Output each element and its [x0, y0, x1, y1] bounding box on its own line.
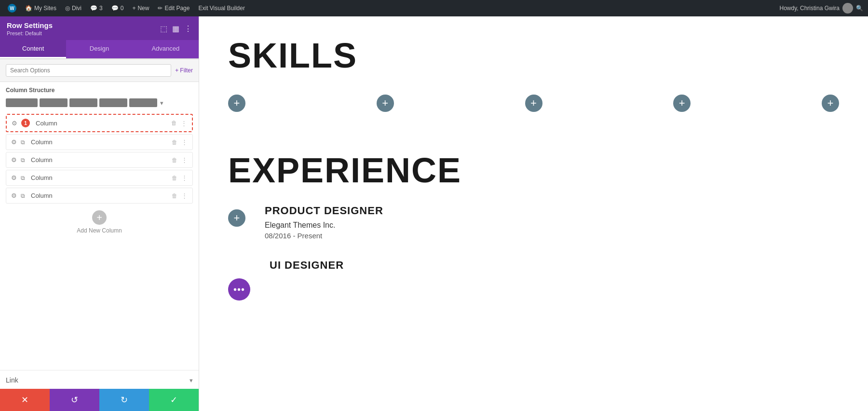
wp-logo: W	[8, 4, 16, 13]
col-gear-icon-2[interactable]: ⚙	[11, 138, 17, 146]
col-delete-3[interactable]: 🗑	[172, 157, 177, 164]
panel-tabs: Content Design Advanced	[0, 40, 199, 59]
save-button[interactable]: ✓	[149, 389, 199, 411]
skills-row: + + + + +	[228, 90, 839, 126]
link-label: Link	[6, 376, 18, 384]
exit-builder-link[interactable]: Exit Visual Builder	[195, 5, 248, 12]
search-admin-icon[interactable]: 🔍	[856, 5, 863, 12]
col-gear-icon-1[interactable]: ⚙	[12, 120, 17, 127]
link-row[interactable]: Link ▾	[6, 376, 193, 384]
home-icon: 🏠	[25, 5, 32, 12]
tab-design[interactable]: Design	[66, 40, 132, 58]
column-row-5: ⚙ ⧉ Column 🗑 ⋮	[6, 188, 193, 204]
col-gear-icon-3[interactable]: ⚙	[11, 156, 17, 164]
exp-add-module-btn[interactable]: +	[228, 209, 245, 227]
col-label-2: Column	[31, 138, 168, 146]
wordpress-icon[interactable]: W	[5, 4, 19, 13]
panel-body: Column Structure ▾ ⚙ 1 Column 🗑 ⋮	[0, 82, 199, 370]
divi-link[interactable]: ◎ Divi	[62, 5, 84, 12]
exp-row-1: + PRODUCT DESIGNER Elegant Themes Inc. 0…	[228, 205, 839, 249]
search-row: + Filter	[0, 59, 199, 82]
cancel-button[interactable]: ✕	[0, 389, 50, 411]
save-icon: ✓	[170, 395, 177, 405]
col-layout-5[interactable]	[129, 98, 157, 107]
row-settings-panel: Row Settings Preset: Default ⬚ ▦ ⋮ Conte…	[0, 16, 199, 411]
user-avatar	[842, 3, 853, 14]
columns-icon[interactable]: ▦	[172, 24, 179, 33]
col-more-4[interactable]: ⋮	[181, 174, 188, 181]
user-info: Howdy, Christina Gwira 🔍	[780, 3, 863, 14]
more-icon[interactable]: ⋮	[184, 24, 192, 33]
edit-page-link[interactable]: ✏ Edit Page	[155, 5, 192, 12]
col-label-4: Column	[31, 174, 168, 181]
filter-button[interactable]: + Filter	[175, 67, 193, 74]
col-layout-4[interactable]	[99, 98, 127, 107]
panel-preset: Preset: Default	[7, 30, 53, 36]
col-gear-icon-4[interactable]: ⚙	[11, 174, 17, 181]
main-layout: Row Settings Preset: Default ⬚ ▦ ⋮ Conte…	[0, 16, 868, 411]
redo-button[interactable]: ↻	[99, 389, 149, 411]
col-label-1: Column	[36, 120, 167, 127]
add-module-4[interactable]: +	[673, 95, 691, 112]
skills-heading: SKILLS	[228, 36, 839, 75]
content-area: SKILLS + + + + + EXPERIENCE + PRODUCT DE…	[199, 16, 868, 411]
comments-link[interactable]: 💬 3	[87, 5, 106, 12]
col-layout-2[interactable]	[40, 98, 68, 107]
filter-icon: +	[175, 67, 178, 74]
panel-title-group: Row Settings Preset: Default	[7, 21, 53, 36]
col-copy-icon-4[interactable]: ⧉	[21, 175, 25, 181]
cancel-icon: ✕	[21, 395, 28, 405]
col-gear-icon-5[interactable]: ⚙	[11, 192, 17, 199]
divi-icon: ◎	[65, 5, 70, 12]
undo-button[interactable]: ↺	[50, 389, 99, 411]
add-module-2[interactable]: +	[377, 95, 394, 112]
search-input[interactable]	[6, 64, 171, 77]
col-more-5[interactable]: ⋮	[181, 192, 188, 199]
col-copy-icon-3[interactable]: ⧉	[21, 157, 25, 164]
col-more-1[interactable]: ⋮	[181, 120, 187, 127]
add-module-3[interactable]: +	[525, 95, 542, 112]
col-label-3: Column	[31, 156, 168, 164]
admin-bar: W 🏠 My Sites ◎ Divi 💬 3 💬 0 + New ✏ Edit…	[0, 0, 868, 16]
col-delete-1[interactable]: 🗑	[171, 120, 177, 126]
exp-row-2: ••• UI DESIGNER	[228, 259, 839, 301]
add-module-5[interactable]: +	[822, 95, 839, 112]
column-structure-selector: ▾	[6, 98, 193, 107]
col-layout-1[interactable]	[6, 98, 38, 107]
col-delete-4[interactable]: 🗑	[172, 175, 177, 181]
column-list: ⚙ 1 Column 🗑 ⋮ ⚙ ⧉ Column 🗑 ⋮ ⚙ ⧉	[6, 114, 193, 204]
col-copy-icon-5[interactable]: ⧉	[21, 192, 25, 199]
tab-advanced[interactable]: Advanced	[133, 40, 199, 58]
col-delete-2[interactable]: 🗑	[172, 139, 177, 146]
comment-new-icon: 💬	[111, 5, 119, 12]
comment-icon: 💬	[90, 5, 97, 12]
column-structure-label: Column Structure	[6, 87, 193, 94]
col-layout-chevron[interactable]: ▾	[160, 99, 163, 107]
tab-content[interactable]: Content	[0, 40, 66, 58]
col-more-3[interactable]: ⋮	[181, 156, 188, 164]
column-row-1: ⚙ 1 Column 🗑 ⋮	[6, 114, 193, 132]
add-module-1[interactable]: +	[228, 95, 245, 112]
my-sites-link[interactable]: 🏠 My Sites	[22, 5, 59, 12]
col-copy-icon-2[interactable]: ⧉	[21, 139, 25, 146]
experience-section: EXPERIENCE + PRODUCT DESIGNER Elegant Th…	[228, 151, 839, 301]
experience-heading: EXPERIENCE	[228, 151, 839, 190]
panel-header-icons: ⬚ ▦ ⋮	[160, 24, 192, 33]
link-chevron-icon: ▾	[190, 377, 193, 384]
exp-content-1: PRODUCT DESIGNER Elegant Themes Inc. 08/…	[265, 205, 839, 249]
col-delete-5[interactable]: 🗑	[172, 192, 177, 199]
job-title-1: PRODUCT DESIGNER	[265, 205, 839, 217]
bottom-bar: ✕ ↺ ↻ ✓	[0, 389, 199, 411]
pencil-icon: ✏	[158, 5, 163, 12]
add-column-button[interactable]: + Add New Column	[6, 204, 193, 239]
column-row-3: ⚙ ⧉ Column 🗑 ⋮	[6, 152, 193, 168]
skills-section: SKILLS + + + + +	[228, 36, 839, 126]
new-count-link[interactable]: 💬 0	[108, 5, 127, 12]
col-more-2[interactable]: ⋮	[181, 138, 188, 146]
col-layout-3[interactable]	[69, 98, 97, 107]
expand-icon[interactable]: ⬚	[160, 24, 167, 33]
company-1: Elegant Themes Inc.	[265, 221, 839, 230]
module-dot-menu[interactable]: •••	[228, 278, 250, 301]
panel-title: Row Settings	[7, 21, 53, 29]
new-post-link[interactable]: + New	[129, 5, 152, 12]
